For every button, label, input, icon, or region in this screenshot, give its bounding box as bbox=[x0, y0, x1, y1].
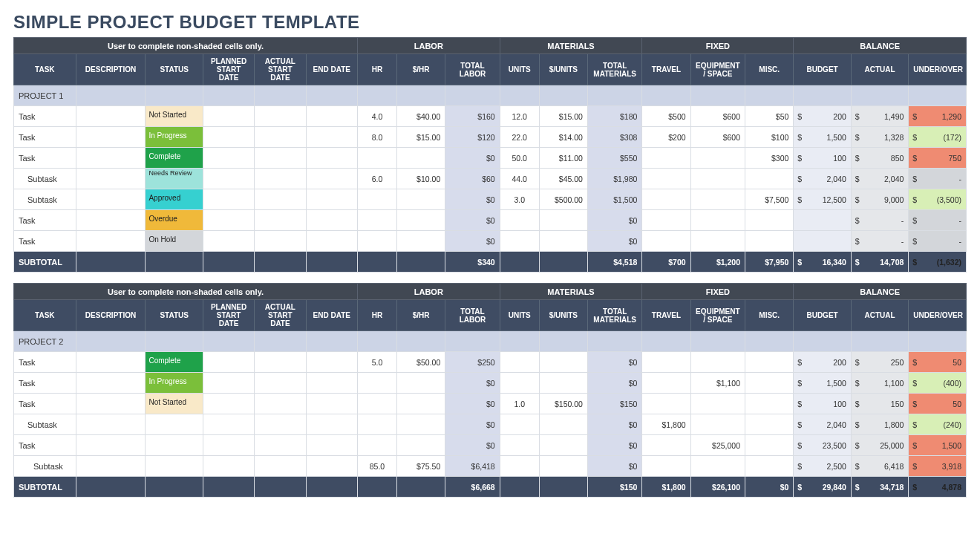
group-materials: MATERIALS bbox=[500, 38, 642, 54]
unit-price-cell: $11.00 bbox=[539, 148, 587, 169]
description-cell bbox=[76, 414, 146, 435]
status-cell: In Progress bbox=[146, 373, 203, 394]
section-note: User to complete non-shaded cells only. bbox=[14, 284, 358, 300]
budget-cell: 200 bbox=[794, 106, 852, 127]
hr-cell bbox=[357, 231, 396, 252]
hr-cell: 5.0 bbox=[357, 352, 396, 373]
misc-cell: $7,500 bbox=[745, 189, 794, 210]
table-row: Subtask85.0$75.50$6,418$02,5006,4183,918 bbox=[14, 456, 967, 477]
status-chip[interactable]: Complete bbox=[146, 352, 203, 372]
budget-cell: 1,500 bbox=[794, 127, 852, 148]
travel-cell bbox=[642, 169, 690, 189]
subtotal-materials: $150 bbox=[587, 477, 641, 498]
col-budget: BUDGET bbox=[794, 54, 852, 85]
col-total-labor: TOTAL LABOR bbox=[445, 54, 500, 85]
status-chip[interactable]: Not Started bbox=[146, 394, 203, 414]
budget-cell: 2,040 bbox=[794, 169, 852, 189]
budget-table: User to complete non-shaded cells only.L… bbox=[13, 37, 967, 273]
status-chip[interactable]: In Progress bbox=[146, 373, 203, 393]
travel-cell bbox=[642, 373, 690, 394]
equip-cell: $600 bbox=[690, 106, 745, 127]
misc-cell bbox=[745, 435, 794, 456]
total-labor-cell: $250 bbox=[445, 352, 500, 373]
status-cell bbox=[146, 456, 203, 477]
travel-cell: $1,800 bbox=[642, 414, 690, 435]
status-chip[interactable]: Not Started bbox=[146, 106, 203, 126]
table-row: TaskComplete$050.0$11.00$550$30010085075… bbox=[14, 148, 967, 169]
units-cell: 50.0 bbox=[500, 148, 539, 169]
actual-start-cell bbox=[255, 169, 306, 189]
rate-cell bbox=[396, 210, 445, 231]
total-labor-cell: $6,418 bbox=[445, 456, 500, 477]
total-materials-cell: $150 bbox=[587, 394, 641, 414]
col-under-over: UNDER/OVER bbox=[909, 54, 967, 85]
task-cell: Subtask bbox=[14, 456, 76, 477]
col-end-date: END DATE bbox=[306, 54, 357, 85]
actual-cell: - bbox=[851, 210, 909, 231]
end-date-cell bbox=[306, 231, 357, 252]
status-chip[interactable]: Needs Review bbox=[146, 169, 203, 189]
planned-start-cell bbox=[203, 456, 254, 477]
status-chip[interactable]: Approved bbox=[146, 189, 203, 209]
hr-cell bbox=[357, 435, 396, 456]
table-row: Task$0$0$25,00023,50025,0001,500 bbox=[14, 435, 967, 456]
total-materials-cell: $0 bbox=[587, 210, 641, 231]
actual-cell: 250 bbox=[851, 352, 909, 373]
misc-cell bbox=[745, 456, 794, 477]
rate-cell: $50.00 bbox=[396, 352, 445, 373]
under-over-cell: (240) bbox=[909, 414, 967, 435]
status-chip[interactable]: Complete bbox=[146, 148, 203, 168]
actual-cell: 150 bbox=[851, 394, 909, 414]
budget-cell: 23,500 bbox=[794, 435, 852, 456]
actual-cell: 1,800 bbox=[851, 414, 909, 435]
planned-start-cell bbox=[203, 210, 254, 231]
unit-price-cell bbox=[539, 231, 587, 252]
total-materials-cell: $0 bbox=[587, 435, 641, 456]
hr-cell: 85.0 bbox=[357, 456, 396, 477]
under-over-cell: 50 bbox=[909, 352, 967, 373]
end-date-cell bbox=[306, 189, 357, 210]
subtotal-underover: (1,632) bbox=[909, 252, 967, 273]
group-labor: LABOR bbox=[357, 38, 500, 54]
status-chip[interactable]: On Hold bbox=[146, 231, 203, 251]
col-unit-price: $/UNITS bbox=[539, 54, 587, 85]
units-cell bbox=[500, 210, 539, 231]
table-row: TaskComplete5.0$50.00$250$020025050 bbox=[14, 352, 967, 373]
status-cell: Complete bbox=[146, 352, 203, 373]
status-chip[interactable]: In Progress bbox=[146, 127, 203, 147]
misc-cell bbox=[745, 394, 794, 414]
unit-price-cell: $150.00 bbox=[539, 394, 587, 414]
misc-cell bbox=[745, 210, 794, 231]
misc-cell bbox=[745, 169, 794, 189]
equip-cell bbox=[690, 210, 745, 231]
subtotal-materials: $4,518 bbox=[587, 252, 641, 273]
equip-cell: $25,000 bbox=[690, 435, 745, 456]
status-chip[interactable]: Overdue bbox=[146, 210, 203, 230]
equip-cell bbox=[690, 189, 745, 210]
description-cell bbox=[76, 373, 146, 394]
project-name: PROJECT 1 bbox=[14, 85, 76, 106]
units-cell bbox=[500, 231, 539, 252]
group-labor: LABOR bbox=[357, 284, 500, 300]
col-hr: HR bbox=[357, 300, 396, 331]
task-cell: Subtask bbox=[14, 189, 76, 210]
subtotal-actual: 34,718 bbox=[851, 477, 909, 498]
equip-cell: $600 bbox=[690, 127, 745, 148]
task-cell: Subtask bbox=[14, 169, 76, 189]
travel-cell bbox=[642, 435, 690, 456]
total-labor-cell: $0 bbox=[445, 231, 500, 252]
under-over-cell: 50 bbox=[909, 394, 967, 414]
unit-price-cell: $15.00 bbox=[539, 106, 587, 127]
end-date-cell bbox=[306, 169, 357, 189]
subtotal-label: SUBTOTAL bbox=[14, 252, 76, 273]
hr-cell bbox=[357, 189, 396, 210]
units-cell: 22.0 bbox=[500, 127, 539, 148]
status-cell: Approved bbox=[146, 189, 203, 210]
total-materials-cell: $0 bbox=[587, 456, 641, 477]
hr-cell: 6.0 bbox=[357, 169, 396, 189]
total-labor-cell: $60 bbox=[445, 169, 500, 189]
rate-cell bbox=[396, 189, 445, 210]
units-cell bbox=[500, 414, 539, 435]
col-planned-start: PLANNED START DATE bbox=[203, 300, 254, 331]
planned-start-cell bbox=[203, 169, 254, 189]
